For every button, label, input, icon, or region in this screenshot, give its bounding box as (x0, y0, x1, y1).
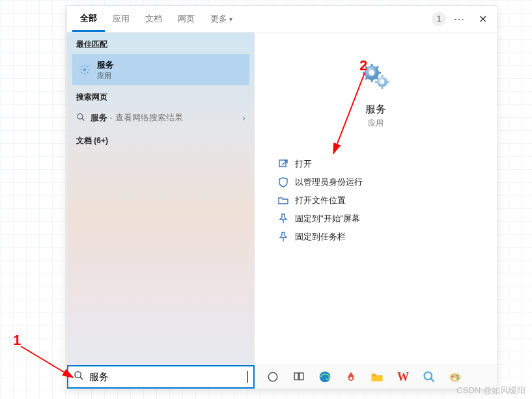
svg-point-41 (456, 375, 458, 377)
fire-icon[interactable] (344, 370, 357, 383)
pin-icon (278, 232, 288, 242)
search-icon (76, 113, 85, 124)
svg-line-5 (81, 66, 83, 68)
task-view-icon[interactable] (292, 370, 305, 383)
svg-line-20 (376, 66, 378, 68)
chevron-right-icon: › (242, 113, 245, 123)
svg-line-29 (80, 377, 83, 379)
action-label: 打开文件位置 (295, 195, 346, 206)
svg-rect-32 (300, 373, 303, 380)
watermark: CSDN @如风暧阳 (456, 385, 525, 396)
svg-rect-35 (372, 376, 383, 381)
action-label: 固定到"开始"屏幕 (295, 213, 360, 225)
detail-subtitle: 应用 (368, 118, 384, 129)
svg-point-40 (454, 374, 456, 376)
action-pin-start[interactable]: 固定到"开始"屏幕 (274, 210, 497, 228)
svg-point-43 (453, 378, 456, 380)
svg-line-37 (431, 379, 434, 382)
action-pin-taskbar[interactable]: 固定到任务栏 (274, 228, 497, 246)
search-window: 全部 应用 文档 网页 更多 ▾ 1 ⋯ ✕ 最佳匹配 服务 应用 (66, 5, 497, 389)
search-input[interactable] (88, 371, 244, 383)
web-search-item[interactable]: 服务 - 查看网络搜索结果 › (67, 107, 255, 129)
action-label: 打开 (295, 158, 312, 170)
shield-icon (278, 177, 288, 187)
action-open-location[interactable]: 打开文件位置 (274, 191, 497, 210)
folder-icon (278, 195, 288, 206)
search-icon (74, 370, 84, 383)
best-match-item[interactable]: 服务 应用 (72, 54, 249, 85)
action-open[interactable]: 打开 (274, 155, 497, 173)
detail-title: 服务 (365, 103, 386, 117)
text-caret (247, 371, 248, 383)
svg-point-0 (83, 68, 87, 72)
svg-point-12 (369, 70, 374, 76)
chevron-down-icon: ▾ (229, 16, 232, 23)
gear-icon (79, 64, 91, 76)
action-label: 以管理员身份运行 (295, 176, 363, 188)
svg-point-28 (75, 372, 81, 378)
web-search-header: 搜索网页 (67, 85, 255, 107)
svg-line-7 (81, 72, 83, 74)
web-search-term: 服务 (91, 113, 107, 122)
svg-point-36 (425, 372, 432, 380)
bottom-bar: W (67, 365, 497, 389)
svg-line-44 (21, 346, 73, 378)
svg-point-22 (380, 80, 384, 84)
svg-line-10 (82, 118, 85, 120)
action-list: 打开 以管理员身份运行 打开文件位置 固定到"开始"屏幕 固定到任务栏 (255, 155, 497, 246)
svg-point-39 (452, 376, 454, 378)
search-tabs: 全部 应用 文档 网页 更多 ▾ 1 ⋯ ✕ (67, 6, 497, 32)
svg-line-19 (365, 77, 367, 79)
svg-line-8 (87, 66, 89, 68)
action-run-as-admin[interactable]: 以管理员身份运行 (274, 173, 497, 191)
magnifier-icon[interactable] (423, 370, 436, 383)
edge-icon[interactable] (318, 370, 331, 383)
tab-apps[interactable]: 应用 (105, 6, 137, 32)
web-search-desc: - 查看网络搜索结果 (107, 113, 183, 122)
documents-header[interactable]: 文档 (6+) (67, 129, 255, 150)
search-box[interactable] (67, 365, 255, 389)
svg-point-30 (268, 372, 277, 381)
best-match-header: 最佳匹配 (67, 33, 255, 54)
svg-point-9 (77, 113, 83, 118)
folder-app-icon[interactable] (371, 370, 384, 383)
annotation-2: 2 (359, 57, 367, 74)
paint-icon[interactable] (449, 370, 462, 383)
tab-more[interactable]: 更多 ▾ (203, 6, 240, 32)
svg-line-6 (87, 72, 89, 74)
close-button[interactable]: ✕ (472, 8, 493, 29)
tab-all[interactable]: 全部 (72, 6, 105, 32)
best-match-title: 服务 (97, 59, 114, 71)
open-icon (278, 159, 288, 169)
cortana-icon[interactable] (266, 370, 279, 383)
notification-badge[interactable]: 1 (432, 12, 446, 26)
tab-more-label: 更多 (210, 13, 227, 25)
pin-icon (278, 213, 288, 224)
svg-rect-27 (279, 160, 286, 167)
results-panel: 最佳匹配 服务 应用 搜索网页 服务 - 查看网络搜索结果 (67, 33, 255, 365)
svg-rect-31 (294, 373, 298, 380)
annotation-1: 1 (13, 332, 21, 349)
best-match-subtitle: 应用 (97, 71, 114, 81)
wps-icon[interactable]: W (397, 370, 410, 383)
action-label: 固定到任务栏 (295, 231, 346, 243)
svg-point-34 (350, 377, 353, 380)
svg-point-42 (457, 378, 459, 379)
tab-web[interactable]: 网页 (170, 6, 203, 32)
tab-documents[interactable]: 文档 (137, 6, 170, 32)
detail-panel: 服务 应用 打开 以管理员身份运行 打开文件位置 固定到"开始"屏幕 (255, 33, 497, 365)
more-options-icon[interactable]: ⋯ (451, 13, 467, 25)
